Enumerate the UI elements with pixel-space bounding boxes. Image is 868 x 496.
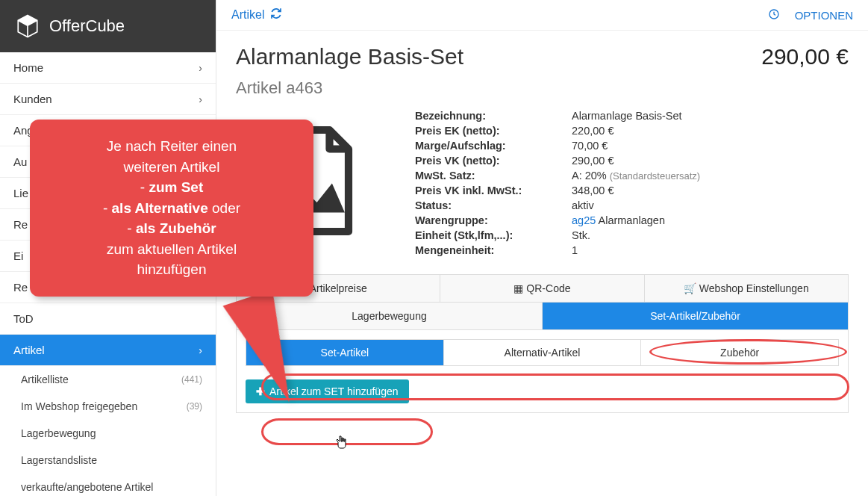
prop-label: Marge/Aufschlag: [415, 140, 572, 152]
options-link[interactable]: OPTIONEN [795, 9, 853, 22]
nav-artikel[interactable]: Artikel› [0, 335, 216, 366]
prop-value: 348,00 € [572, 185, 849, 196]
subtab-zubehoer[interactable]: Zubehör [640, 340, 838, 365]
tabs-row1: Artikelpreise ▦ QR-Code 🛒 Webshop Einste… [236, 274, 849, 302]
nav-item-trunc6[interactable]: ToD [0, 303, 216, 335]
chevron-right-icon: › [199, 344, 202, 356]
content: Alarmanlage Basis-Set 290,00 € Artikel a… [216, 31, 868, 427]
prop-label: MwSt. Satz: [415, 170, 572, 182]
article-price: 290,00 € [761, 44, 849, 69]
prop-label: Preis VK (netto): [415, 155, 572, 167]
nav-home[interactable]: Home› [0, 52, 216, 84]
subtabs-panel: Set-Artikel Alternativ-Artikel Zubehör ✚… [236, 330, 849, 413]
refresh-icon[interactable] [270, 7, 282, 22]
prop-value: Stk. [572, 229, 849, 241]
brand-header: OfferCube [0, 0, 216, 52]
cube-icon [15, 13, 40, 39]
prop-value: 1 [572, 244, 849, 256]
chevron-right-icon: › [199, 62, 202, 74]
prop-label: Einheit (Stk,lfm,...): [415, 229, 572, 241]
subtab-alternativ[interactable]: Alternativ-Artikel [443, 340, 641, 365]
prop-value: ag25 Alarmanlagen [572, 214, 849, 226]
article-properties: Bezeichnung:Alarmanlage Basis-Set Preis … [415, 110, 849, 256]
qr-icon: ▦ [513, 282, 523, 294]
prop-label: Status: [415, 199, 572, 211]
tab-qrcode[interactable]: ▦ QR-Code [440, 275, 643, 302]
prop-value: A: 20% (Standardsteuersatz) [572, 170, 849, 182]
sub-lagerstand[interactable]: Lagerstandsliste [0, 447, 216, 474]
prop-value: aktiv [572, 199, 849, 211]
tab-set-artikel-zubehoer[interactable]: Set-Artikel/Zubehör [542, 303, 848, 329]
prop-label: Warengruppe: [415, 214, 572, 226]
sub-artikelliste[interactable]: Artikelliste(441) [0, 366, 216, 393]
tabs-row2: Lagerbewegung Set-Artikel/Zubehör [236, 302, 849, 330]
subtabs: Set-Artikel Alternativ-Artikel Zubehör [246, 339, 839, 366]
prop-value: 70,00 € [572, 140, 849, 152]
main: Artikel OPTIONEN Alarmanlage Basis-Set 2… [216, 0, 868, 496]
clock-icon[interactable] [768, 8, 780, 22]
cursor-icon [336, 435, 349, 455]
prop-value: 220,00 € [572, 125, 849, 137]
cart-icon: 🛒 [684, 282, 696, 294]
prop-label: Preis VK inkl. MwSt.: [415, 185, 572, 196]
page-title: Alarmanlage Basis-Set [236, 44, 463, 69]
prop-label: Preis EK (netto): [415, 125, 572, 137]
prop-label: Bezeichnung: [415, 110, 572, 122]
sub-lagerbewegung[interactable]: Lagerbewegung [0, 420, 216, 447]
chevron-right-icon: › [199, 93, 202, 105]
tab-webshop[interactable]: 🛒 Webshop Einstellungen [644, 275, 848, 302]
topbar: Artikel OPTIONEN [216, 0, 868, 31]
sub-webshop[interactable]: Im Webshop freigegeben(39) [0, 393, 216, 420]
product-group-link[interactable]: ag25 [572, 214, 596, 226]
annotation-callout: Je nach Reiter einen weiteren Artikel - … [30, 120, 313, 297]
brand-text: OfferCube [49, 16, 125, 36]
prop-value: 290,00 € [572, 155, 849, 167]
prop-value: Alarmanlage Basis-Set [572, 110, 849, 122]
sub-verkaufte[interactable]: verkaufte/angebotene Artikel [0, 474, 216, 496]
prop-label: Mengeneinheit: [415, 244, 572, 256]
breadcrumb[interactable]: Artikel [231, 7, 282, 22]
nav-kunden[interactable]: Kunden› [0, 84, 216, 115]
article-subtitle: Artikel a463 [236, 78, 849, 98]
